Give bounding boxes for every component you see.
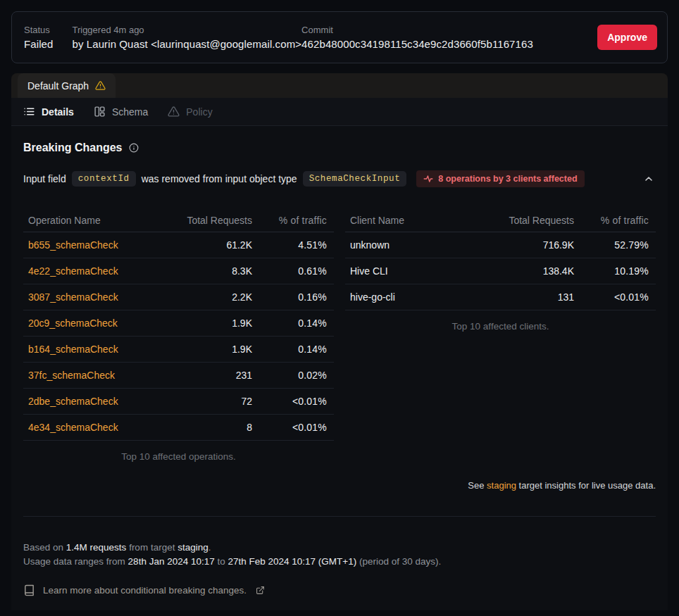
operation-traffic: 4.51% [252,239,327,251]
column-traffic: % of traffic [574,215,649,226]
range-end-date: 27th Feb 2024 10:17 (GMT+1) [228,556,357,567]
request-count: 1.4M requests [66,542,127,553]
breaking-changes-title: Breaking Changes [23,142,656,154]
tab-schema[interactable]: Schema [94,106,148,118]
table-row: 2dbe_schemaCheck 72 <0.01% [23,389,334,415]
operation-link[interactable]: 2dbe_schemaCheck [28,396,118,407]
range-to: to [217,556,225,567]
operation-traffic: 0.61% [252,265,327,277]
collapse-chevron-up-icon[interactable] [642,172,656,186]
status-value: Failed [24,38,53,50]
client-name: unknown [350,239,486,251]
client-name: Hive CLI [350,265,486,277]
activity-pulse-icon [423,174,433,184]
info-icon[interactable] [129,143,139,153]
operation-traffic: 0.14% [252,318,327,329]
operation-link[interactable]: 4e22_schemaCheck [28,265,118,277]
column-operation-name: Operation Name [28,215,164,226]
operation-requests: 8 [164,422,252,433]
usage-summary-line: Based on 1.4M requests from target stagi… [23,541,656,555]
schema-check-panel: Default Graph Details Schema Policy [11,73,668,610]
based-suffix: . [208,542,211,553]
table-row: unknown 716.9K 52.79% [345,232,656,258]
client-requests: 716.9K [486,239,574,251]
table-row: hive-go-cli 131 <0.01% [345,284,656,310]
tab-default-graph[interactable]: Default Graph [18,73,116,98]
operations-table: Operation Name Total Requests % of traff… [23,208,334,462]
table-row: b164_schemaCheck 1.9K 0.14% [23,337,334,363]
column-client-name: Client Name [350,215,486,226]
check-nav: Details Schema Policy [11,98,668,126]
learn-more-label: Learn more about conditional breaking ch… [43,585,247,596]
learn-more-link[interactable]: Learn more about conditional breaking ch… [23,584,656,596]
operation-link[interactable]: b164_schemaCheck [28,344,118,355]
clients-caption: Top 10 affected clients. [345,321,656,332]
client-requests: 131 [486,291,574,303]
affected-usage-tables: Operation Name Total Requests % of traff… [23,208,656,462]
tab-schema-label: Schema [112,106,148,118]
external-link-icon [256,586,265,595]
approve-button[interactable]: Approve [597,25,657,50]
based-prefix: Based on [23,542,63,553]
client-name: hive-go-cli [350,291,486,303]
breaking-changes-heading: Breaking Changes [23,142,122,154]
operation-traffic: <0.01% [252,396,327,407]
operation-link[interactable]: 3087_schemaCheck [28,291,118,303]
operation-requests: 2.2K [164,291,252,303]
tab-details-label: Details [42,106,74,118]
insights-note: See staging target insights for live usa… [23,480,656,491]
based-middle: from target [129,542,175,553]
field-name-chip: contextId [72,171,136,187]
status-label: Status [24,25,53,35]
alert-triangle-icon [95,80,106,91]
operation-traffic: 0.02% [252,370,327,381]
staging-target-link[interactable]: staging [487,480,516,491]
table-row: 37fc_schemaCheck 231 0.02% [23,363,334,389]
operation-requests: 8.3K [164,265,252,277]
client-requests: 138.4K [486,265,574,277]
operation-link[interactable]: 37fc_schemaCheck [28,370,115,381]
operation-requests: 231 [164,370,252,381]
graph-tabstrip: Default Graph [11,73,668,98]
table-row: 3087_schemaCheck 2.2K 0.16% [23,284,334,310]
client-traffic: <0.01% [574,291,649,303]
operation-link[interactable]: 4e34_schemaCheck [28,422,118,433]
tab-policy[interactable]: Policy [168,106,212,118]
table-row: 4e34_schemaCheck 8 <0.01% [23,415,334,441]
range-prefix: Usage data ranges from [23,556,125,567]
footer-divider [23,516,656,517]
policy-warning-icon [168,106,180,118]
operation-requests: 61.2K [164,239,252,251]
operations-table-header: Operation Name Total Requests % of traff… [23,208,334,232]
triggered-label: Triggered 4m ago [72,25,301,35]
book-icon [23,584,35,596]
type-name-chip: SchemaCheckInput [303,171,407,187]
details-content: Breaking Changes Input field contextId w… [11,142,668,610]
operation-requests: 1.9K [164,318,252,329]
list-icon [23,106,35,118]
column-traffic: % of traffic [252,215,327,226]
tab-policy-label: Policy [186,106,212,118]
triggered-author: by Laurin Quast <laurinquast@googlemail.… [72,38,301,50]
insights-suffix: target insights for live usage data. [519,480,656,491]
column-total-requests: Total Requests [486,215,574,226]
schema-icon [94,106,106,118]
affected-operations-badge: 8 operations by 3 clients affected [416,170,584,187]
operation-requests: 72 [164,396,252,407]
operation-link[interactable]: b655_schemaCheck [28,239,118,251]
tab-details[interactable]: Details [23,106,74,118]
table-row: Hive CLI 138.4K 10.19% [345,258,656,284]
usage-footer: Based on 1.4M requests from target stagi… [23,541,656,569]
usage-range-line: Usage data ranges from 28th Jan 2024 10:… [23,555,656,569]
breaking-change-accordion-header[interactable]: Input field contextId was removed from i… [23,170,656,187]
client-traffic: 52.79% [574,239,649,251]
operation-traffic: 0.14% [252,344,327,355]
graph-tab-label: Default Graph [27,80,89,92]
operation-traffic: 0.16% [252,291,327,303]
affected-badge-label: 8 operations by 3 clients affected [438,174,577,184]
insights-prefix: See [468,480,484,491]
target-name: staging [177,542,208,553]
change-text-middle: was removed from input object type [142,173,297,184]
operation-traffic: <0.01% [252,422,327,433]
operation-link[interactable]: 20c9_schemaCheck [28,318,118,329]
